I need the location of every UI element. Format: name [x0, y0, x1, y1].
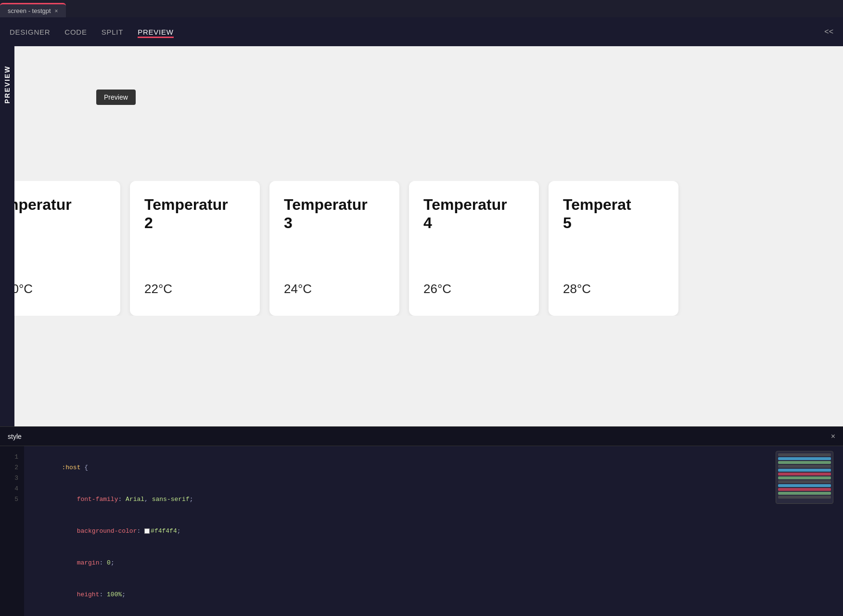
code-line-4: margin: 0; [32, 547, 835, 579]
tab-close-icon[interactable]: × [55, 8, 58, 14]
sidebar-label-text: PREVIEW [3, 65, 11, 103]
code-line-2: font-family: Arial, sans-serif; [32, 484, 835, 515]
card-4-value: 26°C [423, 282, 451, 296]
card-3-title: Temperatur3 [284, 195, 368, 232]
card-5-title: Temperat5 [563, 195, 631, 232]
thumb-line-1 [778, 453, 831, 456]
nav-item-designer[interactable]: DESIGNER [10, 26, 50, 38]
temperature-card-5: Temperat5 28°C [549, 181, 678, 316]
code-minimap [776, 451, 833, 504]
card-2-value: 22°C [144, 282, 172, 296]
preview-button[interactable]: Preview [96, 90, 136, 105]
temperature-card-2: Temperatur2 22°C [130, 181, 260, 316]
thumb-line-9 [778, 484, 831, 487]
tab-label: screen - testgpt [8, 7, 51, 14]
nav-item-code[interactable]: CODE [64, 26, 87, 38]
nav-item-split[interactable]: SPLIT [102, 26, 123, 38]
line-numbers: 1 2 3 4 5 [0, 446, 24, 616]
minimap-content [776, 451, 833, 503]
nav-bar: DESIGNER CODE SPLIT PREVIEW << [0, 17, 843, 46]
nav-item-preview[interactable]: PREVIEW [138, 26, 173, 38]
cards-container: mperatur1 20°C Temperatur2 22°C Temperat… [14, 181, 843, 316]
line-num-5: 5 [14, 494, 18, 505]
thumb-line-8 [778, 480, 831, 483]
code-line-5: height: 100%; [32, 579, 835, 611]
temperature-card-4: Temperatur4 26°C [409, 181, 539, 316]
thumb-line-4 [778, 465, 831, 468]
tab-bar: screen - testgpt × [0, 0, 843, 17]
card-2-title: Temperatur2 [144, 195, 228, 232]
code-editor[interactable]: 1 2 3 4 5 :host { font-family: Arial, sa… [0, 446, 843, 616]
code-content[interactable]: :host { font-family: Arial, sans-serif; … [24, 446, 843, 616]
preview-area: Preview mperatur1 20°C Temperatur2 22°C … [14, 46, 843, 426]
card-3-value: 24°C [284, 282, 312, 296]
line-num-1: 1 [14, 452, 18, 462]
temperature-card-1: mperatur1 20°C [14, 181, 120, 316]
line-num-3: 3 [14, 473, 18, 484]
code-line-3: background-color: #f4f4f4; [32, 515, 835, 547]
card-1-title: mperatur1 [14, 195, 72, 232]
sidebar-panel: PREVIEW [0, 46, 14, 123]
thumb-line-11 [778, 492, 831, 495]
thumb-line-6 [778, 473, 831, 475]
thumb-line-3 [778, 461, 831, 464]
line-num-4: 4 [14, 484, 18, 494]
card-1-value: 20°C [14, 282, 33, 296]
thumb-line-2 [778, 457, 831, 460]
temperature-card-3: Temperatur3 24°C [269, 181, 399, 316]
line-num-2: 2 [14, 462, 18, 473]
code-line-1: :host { [32, 452, 835, 484]
code-selector-host: :host [62, 464, 80, 471]
thumb-line-12 [778, 496, 831, 499]
thumb-line-10 [778, 488, 831, 491]
thumb-line-7 [778, 476, 831, 479]
color-swatch [144, 528, 150, 534]
screen-tab[interactable]: screen - testgpt × [0, 3, 66, 17]
nav-collapse-button[interactable]: << [824, 27, 833, 36]
code-panel-title: style [8, 433, 22, 440]
thumb-line-5 [778, 469, 831, 472]
card-4-title: Temperatur4 [423, 195, 507, 232]
code-panel-header: style × [0, 427, 843, 446]
code-editor-panel: style × 1 2 3 4 5 :host { font-family: A… [0, 426, 843, 616]
code-panel-close-icon[interactable]: × [831, 432, 835, 441]
card-5-value: 28°C [563, 282, 591, 296]
